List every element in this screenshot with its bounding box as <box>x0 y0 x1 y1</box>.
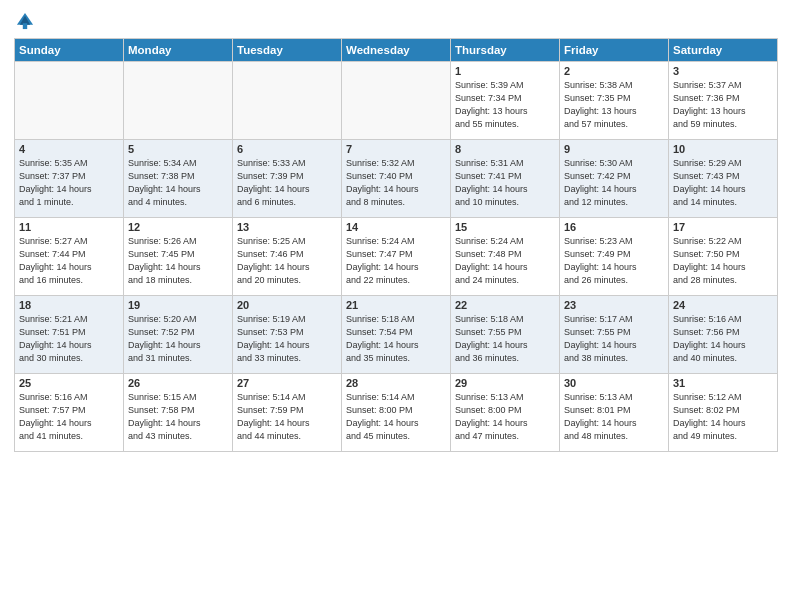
day-info: Sunrise: 5:37 AM Sunset: 7:36 PM Dayligh… <box>673 79 773 131</box>
day-info: Sunrise: 5:18 AM Sunset: 7:55 PM Dayligh… <box>455 313 555 365</box>
calendar-cell: 16Sunrise: 5:23 AM Sunset: 7:49 PM Dayli… <box>560 218 669 296</box>
calendar-cell: 8Sunrise: 5:31 AM Sunset: 7:41 PM Daylig… <box>451 140 560 218</box>
day-info: Sunrise: 5:31 AM Sunset: 7:41 PM Dayligh… <box>455 157 555 209</box>
calendar-cell: 13Sunrise: 5:25 AM Sunset: 7:46 PM Dayli… <box>233 218 342 296</box>
calendar-week-5: 25Sunrise: 5:16 AM Sunset: 7:57 PM Dayli… <box>15 374 778 452</box>
day-number: 1 <box>455 65 555 77</box>
day-number: 6 <box>237 143 337 155</box>
calendar-cell: 4Sunrise: 5:35 AM Sunset: 7:37 PM Daylig… <box>15 140 124 218</box>
day-info: Sunrise: 5:27 AM Sunset: 7:44 PM Dayligh… <box>19 235 119 287</box>
calendar-cell <box>342 62 451 140</box>
day-info: Sunrise: 5:29 AM Sunset: 7:43 PM Dayligh… <box>673 157 773 209</box>
calendar-cell: 2Sunrise: 5:38 AM Sunset: 7:35 PM Daylig… <box>560 62 669 140</box>
col-header-tuesday: Tuesday <box>233 39 342 62</box>
calendar-cell: 9Sunrise: 5:30 AM Sunset: 7:42 PM Daylig… <box>560 140 669 218</box>
day-info: Sunrise: 5:24 AM Sunset: 7:47 PM Dayligh… <box>346 235 446 287</box>
day-number: 17 <box>673 221 773 233</box>
day-info: Sunrise: 5:39 AM Sunset: 7:34 PM Dayligh… <box>455 79 555 131</box>
day-number: 3 <box>673 65 773 77</box>
calendar-cell: 19Sunrise: 5:20 AM Sunset: 7:52 PM Dayli… <box>124 296 233 374</box>
col-header-saturday: Saturday <box>669 39 778 62</box>
calendar-cell: 17Sunrise: 5:22 AM Sunset: 7:50 PM Dayli… <box>669 218 778 296</box>
day-info: Sunrise: 5:20 AM Sunset: 7:52 PM Dayligh… <box>128 313 228 365</box>
day-number: 30 <box>564 377 664 389</box>
calendar-cell <box>124 62 233 140</box>
calendar-cell: 23Sunrise: 5:17 AM Sunset: 7:55 PM Dayli… <box>560 296 669 374</box>
day-number: 12 <box>128 221 228 233</box>
calendar-cell: 1Sunrise: 5:39 AM Sunset: 7:34 PM Daylig… <box>451 62 560 140</box>
day-info: Sunrise: 5:22 AM Sunset: 7:50 PM Dayligh… <box>673 235 773 287</box>
day-number: 20 <box>237 299 337 311</box>
day-info: Sunrise: 5:18 AM Sunset: 7:54 PM Dayligh… <box>346 313 446 365</box>
day-info: Sunrise: 5:23 AM Sunset: 7:49 PM Dayligh… <box>564 235 664 287</box>
day-info: Sunrise: 5:14 AM Sunset: 7:59 PM Dayligh… <box>237 391 337 443</box>
day-info: Sunrise: 5:21 AM Sunset: 7:51 PM Dayligh… <box>19 313 119 365</box>
calendar-cell: 21Sunrise: 5:18 AM Sunset: 7:54 PM Dayli… <box>342 296 451 374</box>
day-info: Sunrise: 5:15 AM Sunset: 7:58 PM Dayligh… <box>128 391 228 443</box>
calendar-cell: 25Sunrise: 5:16 AM Sunset: 7:57 PM Dayli… <box>15 374 124 452</box>
calendar-week-4: 18Sunrise: 5:21 AM Sunset: 7:51 PM Dayli… <box>15 296 778 374</box>
col-header-monday: Monday <box>124 39 233 62</box>
col-header-thursday: Thursday <box>451 39 560 62</box>
day-info: Sunrise: 5:16 AM Sunset: 7:57 PM Dayligh… <box>19 391 119 443</box>
day-number: 24 <box>673 299 773 311</box>
day-number: 7 <box>346 143 446 155</box>
day-number: 29 <box>455 377 555 389</box>
calendar-cell: 10Sunrise: 5:29 AM Sunset: 7:43 PM Dayli… <box>669 140 778 218</box>
day-info: Sunrise: 5:32 AM Sunset: 7:40 PM Dayligh… <box>346 157 446 209</box>
day-number: 18 <box>19 299 119 311</box>
calendar-week-2: 4Sunrise: 5:35 AM Sunset: 7:37 PM Daylig… <box>15 140 778 218</box>
day-number: 16 <box>564 221 664 233</box>
day-number: 28 <box>346 377 446 389</box>
calendar-cell: 5Sunrise: 5:34 AM Sunset: 7:38 PM Daylig… <box>124 140 233 218</box>
day-info: Sunrise: 5:13 AM Sunset: 8:00 PM Dayligh… <box>455 391 555 443</box>
day-number: 11 <box>19 221 119 233</box>
day-info: Sunrise: 5:16 AM Sunset: 7:56 PM Dayligh… <box>673 313 773 365</box>
day-number: 22 <box>455 299 555 311</box>
calendar-cell: 28Sunrise: 5:14 AM Sunset: 8:00 PM Dayli… <box>342 374 451 452</box>
day-info: Sunrise: 5:13 AM Sunset: 8:01 PM Dayligh… <box>564 391 664 443</box>
logo <box>14 10 40 32</box>
calendar-cell: 18Sunrise: 5:21 AM Sunset: 7:51 PM Dayli… <box>15 296 124 374</box>
day-info: Sunrise: 5:12 AM Sunset: 8:02 PM Dayligh… <box>673 391 773 443</box>
day-number: 19 <box>128 299 228 311</box>
day-number: 10 <box>673 143 773 155</box>
day-number: 26 <box>128 377 228 389</box>
day-number: 31 <box>673 377 773 389</box>
day-info: Sunrise: 5:24 AM Sunset: 7:48 PM Dayligh… <box>455 235 555 287</box>
calendar-cell: 11Sunrise: 5:27 AM Sunset: 7:44 PM Dayli… <box>15 218 124 296</box>
calendar-cell: 22Sunrise: 5:18 AM Sunset: 7:55 PM Dayli… <box>451 296 560 374</box>
day-number: 27 <box>237 377 337 389</box>
calendar-cell: 30Sunrise: 5:13 AM Sunset: 8:01 PM Dayli… <box>560 374 669 452</box>
day-number: 21 <box>346 299 446 311</box>
calendar-cell: 29Sunrise: 5:13 AM Sunset: 8:00 PM Dayli… <box>451 374 560 452</box>
day-info: Sunrise: 5:19 AM Sunset: 7:53 PM Dayligh… <box>237 313 337 365</box>
day-number: 14 <box>346 221 446 233</box>
day-number: 9 <box>564 143 664 155</box>
day-number: 8 <box>455 143 555 155</box>
calendar-cell: 6Sunrise: 5:33 AM Sunset: 7:39 PM Daylig… <box>233 140 342 218</box>
day-info: Sunrise: 5:33 AM Sunset: 7:39 PM Dayligh… <box>237 157 337 209</box>
logo-icon <box>14 10 36 32</box>
day-info: Sunrise: 5:26 AM Sunset: 7:45 PM Dayligh… <box>128 235 228 287</box>
calendar-cell <box>233 62 342 140</box>
day-number: 2 <box>564 65 664 77</box>
calendar-week-3: 11Sunrise: 5:27 AM Sunset: 7:44 PM Dayli… <box>15 218 778 296</box>
page-container: SundayMondayTuesdayWednesdayThursdayFrid… <box>0 0 792 462</box>
day-number: 25 <box>19 377 119 389</box>
day-number: 5 <box>128 143 228 155</box>
calendar-cell: 3Sunrise: 5:37 AM Sunset: 7:36 PM Daylig… <box>669 62 778 140</box>
day-number: 15 <box>455 221 555 233</box>
col-header-friday: Friday <box>560 39 669 62</box>
calendar-cell: 26Sunrise: 5:15 AM Sunset: 7:58 PM Dayli… <box>124 374 233 452</box>
col-header-sunday: Sunday <box>15 39 124 62</box>
day-info: Sunrise: 5:14 AM Sunset: 8:00 PM Dayligh… <box>346 391 446 443</box>
calendar-cell <box>15 62 124 140</box>
day-info: Sunrise: 5:17 AM Sunset: 7:55 PM Dayligh… <box>564 313 664 365</box>
calendar-week-1: 1Sunrise: 5:39 AM Sunset: 7:34 PM Daylig… <box>15 62 778 140</box>
calendar-cell: 7Sunrise: 5:32 AM Sunset: 7:40 PM Daylig… <box>342 140 451 218</box>
day-info: Sunrise: 5:30 AM Sunset: 7:42 PM Dayligh… <box>564 157 664 209</box>
calendar-cell: 31Sunrise: 5:12 AM Sunset: 8:02 PM Dayli… <box>669 374 778 452</box>
day-info: Sunrise: 5:38 AM Sunset: 7:35 PM Dayligh… <box>564 79 664 131</box>
calendar-cell: 12Sunrise: 5:26 AM Sunset: 7:45 PM Dayli… <box>124 218 233 296</box>
